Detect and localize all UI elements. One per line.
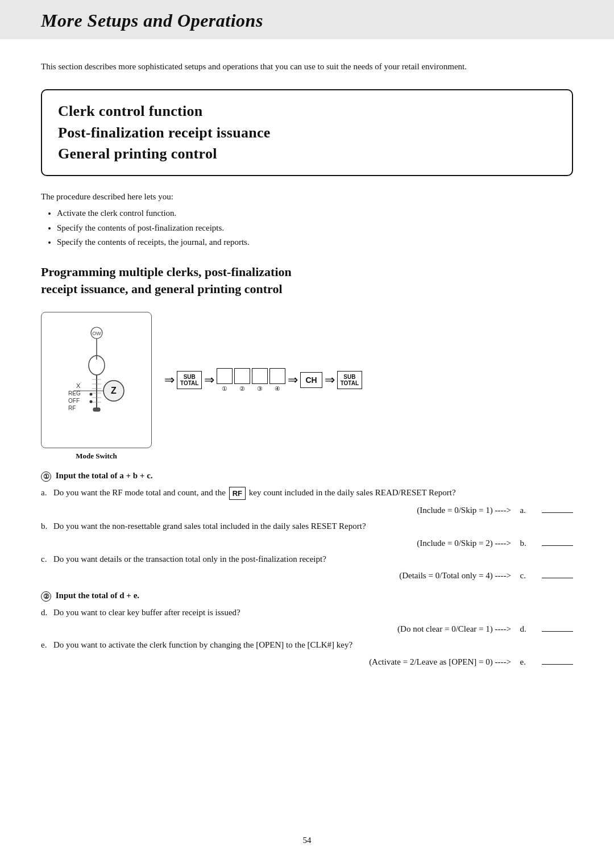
arrow-3: ⇒	[288, 373, 298, 387]
qa-answer: (Include = 0/Skip = 1) ----> a.	[41, 506, 573, 515]
qa-line	[542, 512, 573, 513]
arrow-1: ⇒	[164, 373, 175, 387]
svg-text:Z: Z	[111, 386, 117, 395]
svg-point-11	[89, 400, 92, 403]
ch-btn: CH	[300, 372, 322, 388]
section-heading: Programming multiple clerks, post-finali…	[41, 264, 573, 299]
qb-answer-label: b.	[516, 539, 538, 548]
qd-answer: (Do not clear = 0/Clear = 1) ----> d.	[41, 624, 573, 634]
q2-heading: ② Input the total of d + e.	[41, 591, 573, 602]
mode-switch-label: Mode Switch	[41, 452, 152, 461]
qd-text: Do you want to clear key buffer after re…	[53, 606, 573, 619]
qa-answer-text: (Include = 0/Skip = 1) ---->	[417, 506, 511, 515]
digit-box-4	[269, 368, 285, 384]
qd-answer-text: (Do not clear = 0/Clear = 1) ---->	[397, 624, 511, 634]
svg-text:RF: RF	[68, 405, 76, 411]
question-group-1: ① Input the total of a + b + c. a. Do yo…	[41, 471, 573, 581]
arrow-2: ⇒	[204, 373, 214, 387]
qc-label: c.	[41, 553, 53, 566]
procedure-bullets: Activate the clerk control function. Spe…	[57, 206, 573, 250]
qe-text-row: e. Do you want to activate the clerk fun…	[41, 639, 573, 652]
qe-answer-label: e.	[516, 657, 538, 667]
digit-box-2	[234, 368, 250, 384]
mode-switch-box: OW X REG	[41, 312, 152, 448]
qc-text-row: c. Do you want details or the transactio…	[41, 553, 573, 566]
svg-text:OFF: OFF	[68, 398, 80, 404]
qc-answer: (Details = 0/Total only = 4) ----> c.	[41, 571, 573, 581]
qd-line	[542, 631, 573, 632]
digit-label-3: ③	[252, 385, 268, 393]
key-switch-svg: OW X REG	[51, 323, 142, 436]
q2-heading-text: Input the total of d + e.	[56, 591, 139, 600]
arrow-sequence: ⇒ SUBTOTAL ⇒ ① ② ③ ④	[162, 368, 573, 393]
box-title-section: Clerk control function Post-finalization…	[41, 89, 573, 176]
digit-boxes	[217, 368, 285, 384]
qa-label: a.	[41, 486, 53, 499]
svg-text:OW: OW	[92, 331, 101, 336]
page: More Setups and Operations This section …	[0, 0, 614, 868]
arrow-4: ⇒	[325, 373, 335, 387]
qb-text: Do you want the non-resettable grand sal…	[53, 520, 573, 533]
digit-label-1: ①	[217, 385, 233, 393]
qe-answer: (Activate = 2/Leave as [OPEN] = 0) ---->…	[41, 657, 573, 667]
page-header: More Setups and Operations	[0, 0, 614, 39]
qc-text: Do you want details or the transaction t…	[53, 553, 573, 566]
digit-box-1	[217, 368, 233, 384]
rf-key-box: RF	[229, 487, 246, 500]
qb-text-row: b. Do you want the non-resettable grand …	[41, 520, 573, 533]
procedure-intro: The procedure described here lets you:	[41, 192, 573, 202]
digit-labels: ① ② ③ ④	[217, 385, 285, 393]
intro-text: This section describes more sophisticate…	[41, 60, 573, 73]
qb-answer: (Include = 0/Skip = 2) ----> b.	[41, 539, 573, 548]
digit-label-4: ④	[269, 385, 285, 393]
qd-label: d.	[41, 606, 53, 619]
qb-answer-text: (Include = 0/Skip = 2) ---->	[417, 539, 511, 548]
qa-row: a. Do you want the RF mode total and cou…	[41, 486, 573, 515]
digit-boxes-col: ① ② ③ ④	[217, 368, 285, 393]
qc-line	[542, 578, 573, 578]
qa-answer-label: a.	[516, 506, 538, 515]
digit-box-3	[252, 368, 268, 384]
sub-total-btn-1: SUBTOTAL	[177, 371, 202, 389]
q2-circle: ②	[41, 591, 51, 602]
svg-point-9	[89, 393, 92, 396]
qd-text-row: d. Do you want to clear key buffer after…	[41, 606, 573, 619]
qc-answer-label: c.	[516, 571, 538, 581]
page-title: More Setups and Operations	[41, 10, 573, 31]
qe-answer-text: (Activate = 2/Leave as [OPEN] = 0) ---->	[369, 657, 511, 667]
qb-row: b. Do you want the non-resettable grand …	[41, 520, 573, 548]
digit-label-2: ②	[234, 385, 250, 393]
qb-label: b.	[41, 520, 53, 533]
svg-rect-5	[93, 408, 100, 411]
svg-text:X: X	[76, 382, 81, 389]
q1-heading-text: Input the total of a + b + c.	[56, 471, 153, 480]
qc-row: c. Do you want details or the transactio…	[41, 553, 573, 581]
question-group-2: ② Input the total of d + e. d. Do you wa…	[41, 591, 573, 667]
q1-heading: ① Input the total of a + b + c.	[41, 471, 573, 482]
qe-row: e. Do you want to activate the clerk fun…	[41, 639, 573, 667]
sub-total-btn-2: SUBTOTAL	[337, 371, 362, 389]
qa-text-row: a. Do you want the RF mode total and cou…	[41, 486, 573, 500]
bullet-1: Activate the clerk control function.	[57, 206, 573, 221]
qb-line	[542, 545, 573, 546]
box-title-heading: Clerk control function Post-finalization…	[58, 101, 556, 165]
bullet-2: Specify the contents of post-finalizatio…	[57, 221, 573, 236]
bullet-3: Specify the contents of receipts, the jo…	[57, 235, 573, 250]
svg-text:REG: REG	[68, 390, 81, 397]
qe-text: Do you want to activate the clerk functi…	[53, 639, 573, 652]
qd-row: d. Do you want to clear key buffer after…	[41, 606, 573, 635]
qd-answer-label: d.	[516, 624, 538, 634]
questions-area: ① Input the total of a + b + c. a. Do yo…	[41, 471, 573, 666]
qe-label: e.	[41, 639, 53, 652]
qe-line	[542, 664, 573, 665]
q1-circle: ①	[41, 471, 51, 482]
page-number: 54	[0, 836, 614, 845]
qc-answer-text: (Details = 0/Total only = 4) ---->	[399, 571, 511, 581]
diagram-area: OW X REG	[41, 312, 573, 448]
qa-text: Do you want the RF mode total and count,…	[53, 486, 573, 500]
